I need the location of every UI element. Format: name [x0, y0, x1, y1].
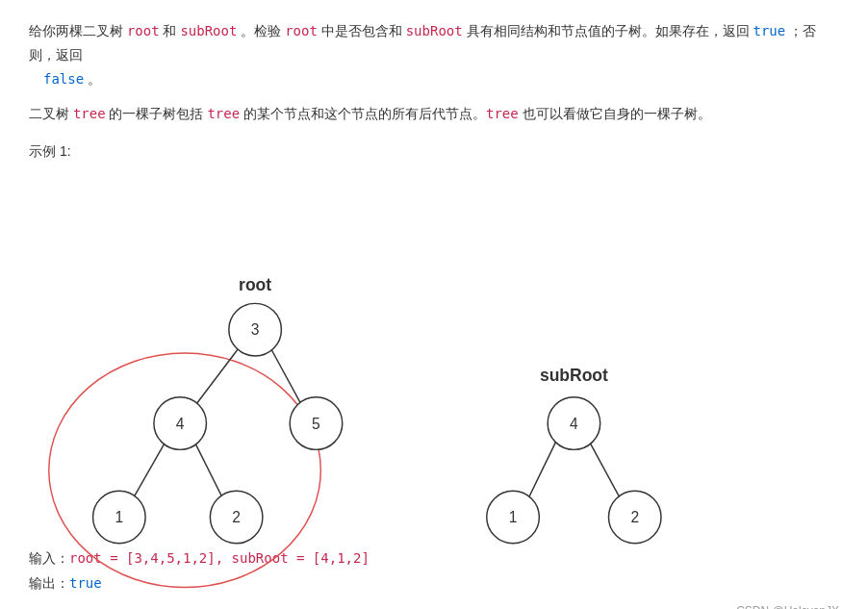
- diagram-container: root 3 4 5 1 2 subRoot 4 1 2: [29, 170, 856, 536]
- desc-text-7: 。: [84, 71, 101, 87]
- node-r3-text: 3: [251, 321, 260, 338]
- input-line: 输入：root = [3,4,5,1,2], subRoot = [4,1,2]: [29, 546, 839, 571]
- node-s2-text: 2: [630, 509, 639, 525]
- desc-subroot-1: subRoot: [180, 23, 237, 38]
- edge-s4-s2: [587, 437, 623, 502]
- desc-false: false: [43, 71, 84, 87]
- input-label: 输入：: [29, 550, 69, 566]
- edge-s4-s1: [526, 437, 558, 502]
- output-value: true: [69, 575, 102, 591]
- desc-subroot-2: subRoot: [406, 23, 463, 38]
- node-s4-text: 4: [570, 415, 578, 431]
- node-r1-text: 1: [115, 509, 124, 525]
- io-section: 输入：root = [3,4,5,1,2], subRoot = [4,1,2]…: [29, 546, 839, 596]
- desc-root-2: root: [285, 23, 318, 38]
- tree-diagram: root 3 4 5 1 2 subRoot 4 1 2: [29, 170, 856, 536]
- edge-r4-r2: [192, 437, 225, 502]
- desc-tree-1: tree: [73, 106, 106, 121]
- desc-text-10: 的某个节点和这个节点的所有后代节点。: [240, 106, 486, 121]
- node-s1-text: 1: [509, 509, 518, 525]
- node-r4-text: 4: [176, 415, 185, 431]
- input-value: root = [3,4,5,1,2], subRoot = [4,1,2]: [69, 550, 370, 566]
- node-r5-text: 5: [312, 415, 320, 431]
- edge-r4-r1: [131, 437, 168, 502]
- output-label: 输出：: [29, 575, 69, 591]
- desc-text-1: 给你两棵二叉树: [29, 23, 127, 38]
- root-label: root: [239, 274, 271, 293]
- node-r2-text: 2: [232, 509, 241, 525]
- desc-tree-2: tree: [207, 106, 240, 121]
- edge-r3-r5: [268, 343, 304, 409]
- desc-text-3: 。检验: [237, 23, 285, 38]
- description: 给你两棵二叉树 root 和 subRoot 。检验 root 中是否包含和 s…: [29, 19, 839, 126]
- example-label: 示例 1:: [29, 143, 839, 161]
- desc-text-2: 和: [160, 23, 181, 38]
- desc-text-5: 具有相同结构和节点值的子树。如果存在，返回: [463, 23, 753, 38]
- subroot-label: subRoot: [540, 366, 608, 385]
- desc-text-4: 中是否包含和: [318, 23, 406, 38]
- desc-text-11: 也可以看做它自身的一棵子树。: [519, 106, 711, 121]
- desc-text-9: 的一棵子树包括: [106, 106, 208, 121]
- desc-true: true: [753, 23, 785, 38]
- desc-root-1: root: [127, 23, 160, 38]
- footer-credit: CSDN @HalcyonJX: [29, 604, 839, 609]
- desc-tree-3: tree: [486, 106, 519, 121]
- desc-text-8: 二叉树: [29, 106, 73, 121]
